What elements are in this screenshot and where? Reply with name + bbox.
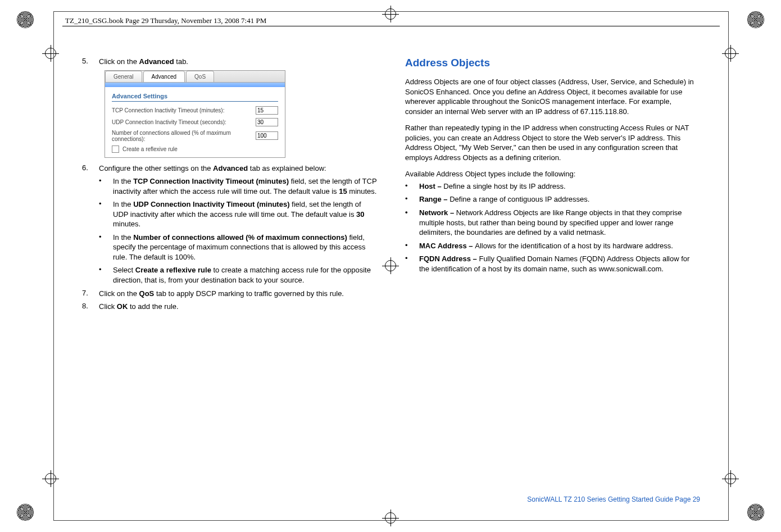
field-label: Number of connections allowed (% of maxi… — [112, 130, 256, 142]
list-item: • Network – Network Address Objects are … — [405, 208, 700, 238]
text: In the — [113, 200, 133, 208]
bold: 15 — [339, 187, 347, 195]
crop-ornament-icon — [17, 11, 34, 28]
tcp-timeout-row: TCP Connection Inactivity Timeout (minut… — [112, 106, 278, 115]
tab-advanced[interactable]: Advanced — [143, 71, 185, 82]
connections-input[interactable] — [256, 131, 278, 140]
left-column: 5. Click on the Advanced tab. General Ad… — [82, 57, 377, 486]
crop-ornament-icon — [747, 11, 764, 28]
tcp-timeout-input[interactable] — [256, 106, 278, 115]
bold: TCP Connection Inactivity Timeout (minut… — [133, 177, 289, 185]
step-6: 6. Configure the other settings on the A… — [82, 163, 377, 174]
screenshot-body: Advanced Settings TCP Connection Inactiv… — [105, 87, 285, 157]
list-item: • FQDN Address – Fully Qualified Domain … — [405, 254, 700, 274]
udp-timeout-row: UDP Connection Inactivity Timeout (secon… — [112, 118, 278, 126]
bullet-text: MAC Address – Allows for the identificat… — [419, 241, 673, 251]
list-item: • In the UDP Connection Inactivity Timeo… — [99, 199, 377, 229]
screenshot-accent-bar — [105, 83, 285, 87]
field-label: UDP Connection Inactivity Timeout (secon… — [112, 119, 256, 125]
bold: FQDN Address – — [419, 254, 479, 263]
bullet-icon: • — [405, 208, 419, 238]
step-7: 7. Click on the QoS tab to apply DSCP ma… — [82, 289, 377, 299]
bold: QoS — [139, 289, 155, 298]
tab-general[interactable]: General — [105, 71, 142, 82]
bold: 30 — [356, 210, 364, 219]
bullet-text: FQDN Address – Fully Qualified Domain Na… — [419, 254, 700, 274]
reflexive-checkbox[interactable] — [112, 145, 119, 153]
page-footer: SonicWALL TZ 210 Series Getting Started … — [527, 495, 700, 503]
screenshot-heading: Advanced Settings — [112, 93, 278, 102]
text: tab. — [174, 57, 188, 66]
reflexive-rule-row: Create a reflexive rule — [112, 145, 278, 153]
bullet-icon: • — [405, 254, 419, 274]
text: Define a single host by its IP address. — [443, 182, 565, 190]
step-text: Click on the QoS tab to apply DSCP marki… — [99, 289, 344, 299]
text: Configure the other settings on the — [99, 164, 213, 172]
bullet-text: Range – Define a range of contiguous IP … — [419, 194, 589, 204]
step-number: 7. — [82, 289, 99, 299]
bullet-text: Host – Define a single host by its IP ad… — [419, 181, 566, 192]
checkbox-label: Create a reflexive rule — [122, 146, 178, 152]
bullet-icon: • — [99, 199, 113, 229]
running-header: TZ_210_GSG.book Page 29 Thursday, Novemb… — [65, 16, 266, 25]
step-8: 8. Click OK to add the rule. — [82, 302, 377, 312]
bullet-text: In the TCP Connection Inactivity Timeout… — [113, 176, 377, 196]
tab-qos[interactable]: QoS — [186, 71, 214, 82]
paragraph: Rather than repeatedly typing in the IP … — [405, 123, 700, 162]
text: tab as explained below: — [248, 164, 326, 172]
bold: MAC Address – — [419, 242, 475, 250]
text: Select — [113, 266, 135, 274]
step-5: 5. Click on the Advanced tab. — [82, 57, 377, 67]
text: Define a range of contiguous IP addresse… — [449, 195, 589, 203]
text: Allows for the identification of a host … — [475, 242, 673, 250]
bullet-text: In the Number of connections allowed (% … — [113, 233, 377, 262]
crop-ornament-icon — [747, 504, 764, 521]
step-text: Click on the Advanced tab. — [99, 57, 188, 67]
text: tab to apply DSCP marking to traffic gov… — [154, 289, 344, 298]
bold: OK — [117, 302, 128, 311]
content-columns: 5. Click on the Advanced tab. General Ad… — [82, 57, 700, 486]
bold: Number of connections allowed (% of maxi… — [133, 233, 347, 242]
step-text: Configure the other settings on the Adva… — [99, 163, 326, 174]
bullet-icon: • — [99, 265, 113, 285]
bullet-icon: • — [99, 176, 113, 196]
bullet-text: In the UDP Connection Inactivity Timeout… — [113, 199, 377, 229]
bold: Create a reflexive rule — [135, 266, 211, 274]
bullet-icon: • — [405, 194, 419, 204]
advanced-settings-screenshot: General Advanced QoS Advanced Settings T… — [105, 70, 285, 158]
list-item: • In the Number of connections allowed (… — [99, 233, 377, 262]
list-item: • MAC Address – Allows for the identific… — [405, 241, 700, 251]
bold: Network – — [419, 208, 456, 217]
step6-bullets: • In the TCP Connection Inactivity Timeo… — [99, 176, 377, 285]
text: Click on the — [99, 289, 139, 298]
text: minutes. — [347, 187, 377, 195]
bold: Range – — [419, 195, 449, 203]
step-number: 8. — [82, 302, 99, 312]
bold: Host – — [419, 182, 443, 190]
text: In the — [113, 233, 133, 242]
text: In the — [113, 177, 133, 185]
header-rule — [62, 26, 720, 26]
step-number: 5. — [82, 57, 99, 67]
field-label: TCP Connection Inactivity Timeout (minut… — [112, 107, 256, 113]
bullet-text: Select Create a reflexive rule to create… — [113, 265, 377, 285]
bold: Advanced — [213, 164, 248, 172]
list-item: • In the TCP Connection Inactivity Timeo… — [99, 176, 377, 196]
udp-timeout-input[interactable] — [256, 118, 278, 126]
connections-row: Number of connections allowed (% of maxi… — [112, 130, 278, 142]
bullet-icon: • — [405, 241, 419, 251]
text: Click on the — [99, 57, 139, 66]
list-item: • Range – Define a range of contiguous I… — [405, 194, 700, 204]
bullet-text: Network – Network Address Objects are li… — [419, 208, 700, 238]
step-number: 6. — [82, 163, 99, 174]
bullet-icon: • — [99, 233, 113, 262]
text: Click — [99, 302, 117, 311]
text: Network Address Objects are like Range o… — [419, 208, 682, 237]
section-heading: Address Objects — [405, 57, 700, 69]
right-column: Address Objects Address Objects are one … — [405, 57, 700, 486]
bullet-icon: • — [405, 181, 419, 192]
bold: UDP Connection Inactivity Timeout (minut… — [133, 200, 289, 208]
paragraph: Available Address Object types include t… — [405, 169, 700, 179]
step-text: Click OK to add the rule. — [99, 302, 179, 312]
bold: Advanced — [139, 57, 174, 66]
